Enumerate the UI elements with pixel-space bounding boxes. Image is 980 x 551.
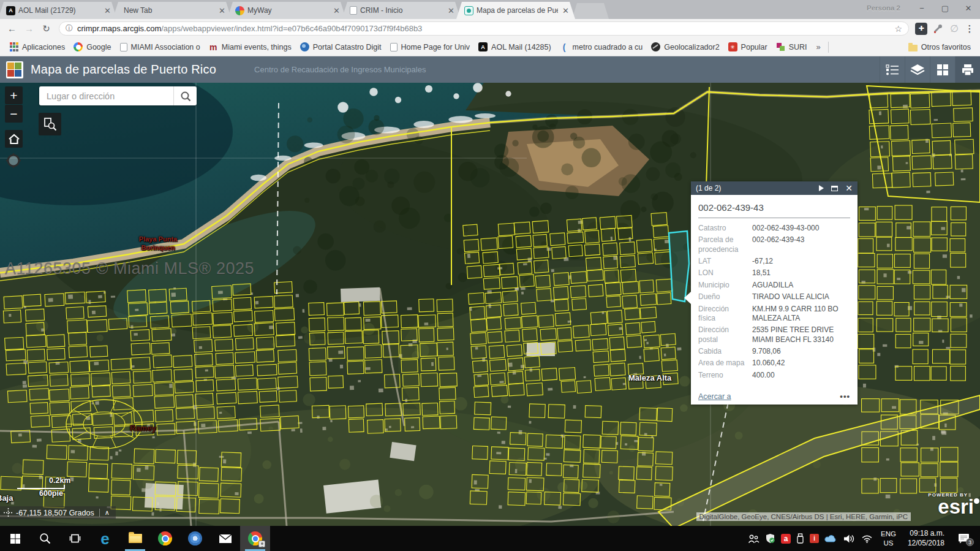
search-input[interactable] xyxy=(39,91,173,101)
usb-device-icon[interactable] xyxy=(796,533,804,544)
popup-field-value: KM.HM 9.9 CARR 110 BO MALEZA ALTA xyxy=(752,305,850,324)
layers-button[interactable] xyxy=(905,56,930,83)
chrome-button[interactable] xyxy=(150,526,180,551)
taskbar-search-button[interactable] xyxy=(30,526,60,551)
minimize-button[interactable]: − xyxy=(910,0,933,17)
popup-field-label: Municipio xyxy=(698,281,752,290)
profile-name[interactable]: Persona 2 xyxy=(867,4,900,12)
bookmark-item[interactable]: SURI xyxy=(772,40,812,53)
popup-field-row: Catastro002-062-439-43-000 xyxy=(698,224,850,233)
search-icon xyxy=(180,91,191,102)
bookmark-item[interactable]: Aplicaciones xyxy=(5,40,69,53)
tab-close-icon[interactable]: ✕ xyxy=(447,7,456,15)
tab-close-icon[interactable]: ✕ xyxy=(561,7,570,15)
popup-close-icon[interactable]: ✕ xyxy=(845,184,853,192)
other-bookmarks[interactable]: Otros favoritos xyxy=(904,41,975,53)
tab-strip: AAOL Mail (21729)✕New Tab✕MyWay✕CRIM - I… xyxy=(0,0,980,19)
volume-icon[interactable] xyxy=(843,534,856,544)
bookmark-item[interactable]: mMiami events, things xyxy=(205,40,296,53)
popup-maximize-icon[interactable] xyxy=(831,186,838,191)
url-host: crimpr.maps.arcgis.com xyxy=(77,24,161,33)
folder-icon xyxy=(908,45,918,51)
extension-icon-satellite[interactable] xyxy=(930,21,945,36)
zoom-in-button[interactable]: + xyxy=(5,86,23,104)
popup-field-label: Dirección física xyxy=(698,305,752,324)
tab-title: AOL Mail (21729) xyxy=(18,6,100,15)
close-button[interactable]: ✕ xyxy=(957,0,980,17)
forward-button[interactable]: → xyxy=(21,21,37,36)
crosshair-icon[interactable] xyxy=(1,508,15,517)
search-icon xyxy=(39,533,51,544)
app-title: Mapa de parcelas de Puerto Rico xyxy=(31,63,216,77)
tab-close-icon[interactable]: ✕ xyxy=(103,7,112,15)
basemap-gallery-button[interactable] xyxy=(930,56,955,83)
back-button[interactable]: ← xyxy=(4,21,20,36)
bookmark-item[interactable]: Portal Catastro Digit xyxy=(296,40,386,53)
popup-field-row: Cabida9.708,06 xyxy=(698,347,850,356)
onedrive-cloud-icon[interactable] xyxy=(824,534,838,543)
map-canvas[interactable]: + − A11265305 © Miami MLS® 2025 Playa Pu… xyxy=(0,83,980,526)
taskbar-clock[interactable]: 09:18 a.m. 12/05/2018 xyxy=(904,529,948,548)
bookmark-item[interactable]: AAOL Mail (14285) xyxy=(474,40,556,53)
popup-body: 002-062-439-43 Catastro002-062-439-43-00… xyxy=(691,195,858,405)
action-center-button[interactable]: 3 xyxy=(954,533,974,544)
tab-close-icon[interactable]: ✕ xyxy=(332,7,341,15)
home-extent-button[interactable] xyxy=(5,130,23,148)
bookmark-item[interactable]: Geolocalizador2 xyxy=(647,40,723,53)
bookmarks-overflow-chevron[interactable]: » xyxy=(812,42,826,51)
bookmark-item[interactable]: Google xyxy=(69,40,115,53)
chrome-profile-button[interactable] xyxy=(240,526,270,551)
popup-fields: Catastro002-062-439-43-000Parcela de pro… xyxy=(698,224,850,390)
bookmark-item[interactable]: MIAMI Association o xyxy=(116,41,205,53)
wifi-icon[interactable] xyxy=(861,534,873,543)
zoom-to-link[interactable]: Acercar a xyxy=(698,392,731,401)
language-indicator[interactable]: ENG US xyxy=(878,530,899,547)
bookmark-item[interactable]: (metro cuadrado a cu xyxy=(556,40,647,53)
address-bar[interactable]: ⓘ crimpr.maps.arcgis.com /apps/webappvie… xyxy=(59,21,909,36)
start-button[interactable] xyxy=(0,526,30,551)
task-view-button[interactable] xyxy=(60,526,90,551)
mail-button[interactable] xyxy=(210,526,240,551)
reload-button[interactable]: ↻ xyxy=(39,21,54,36)
extension-icon-dark[interactable]: ✚ xyxy=(914,21,929,36)
bookmark-star-icon[interactable]: ☆ xyxy=(894,24,902,34)
avira-icon[interactable]: a xyxy=(781,534,791,544)
tab-close-icon[interactable]: ✕ xyxy=(217,7,227,15)
browser-tab[interactable]: New Tab✕ xyxy=(113,2,232,19)
page-info-icon[interactable]: ⓘ xyxy=(66,23,73,34)
print-button[interactable] xyxy=(955,56,980,83)
bookmark-item[interactable]: ✳Popular xyxy=(724,40,772,53)
popup-field-row: Terreno400.00 xyxy=(698,371,850,380)
popup-field-label: Catastro xyxy=(698,224,752,233)
aol-icon: A xyxy=(6,6,15,15)
browser-tab[interactable]: AAOL Mail (21729)✕ xyxy=(0,2,117,19)
bookmark-item[interactable]: Home Page for Univ xyxy=(386,41,475,53)
browser-tab[interactable]: MyWay✕ xyxy=(227,2,346,19)
coordinates-widget: -67,115 18,507 Grados ∧ xyxy=(0,506,116,519)
installer-icon[interactable]: i xyxy=(810,534,819,543)
file-explorer-button[interactable] xyxy=(120,526,150,551)
edge-button[interactable]: e xyxy=(90,526,120,551)
browser-menu-icon[interactable]: ⋮ xyxy=(963,23,976,34)
chromium-button[interactable] xyxy=(180,526,210,551)
map-search xyxy=(39,86,197,105)
browser-tab[interactable]: Mapa de parcelas de Pue✕ xyxy=(456,2,575,19)
people-icon[interactable] xyxy=(748,534,760,544)
query-tool-button[interactable] xyxy=(39,113,61,135)
extension-icon-disabled[interactable]: ∅ xyxy=(947,21,962,36)
legend-button[interactable] xyxy=(880,56,905,83)
popup-pointer xyxy=(684,292,691,304)
locate-button[interactable] xyxy=(6,153,21,169)
zoom-out-button[interactable]: − xyxy=(5,105,23,123)
tab-title: MyWay xyxy=(247,6,329,15)
date: 12/05/2018 xyxy=(908,539,944,549)
popup-more-icon[interactable]: ••• xyxy=(840,392,850,401)
new-tab-button[interactable] xyxy=(572,3,609,19)
coordinates-chevron-icon[interactable]: ∧ xyxy=(99,509,115,517)
page-icon xyxy=(350,6,357,15)
search-button[interactable] xyxy=(173,86,197,105)
popup-next-icon[interactable] xyxy=(819,185,824,191)
defender-icon[interactable] xyxy=(765,533,775,544)
browser-tab[interactable]: CRIM - Inicio✕ xyxy=(342,2,461,19)
maximize-button[interactable]: ▢ xyxy=(933,0,957,17)
